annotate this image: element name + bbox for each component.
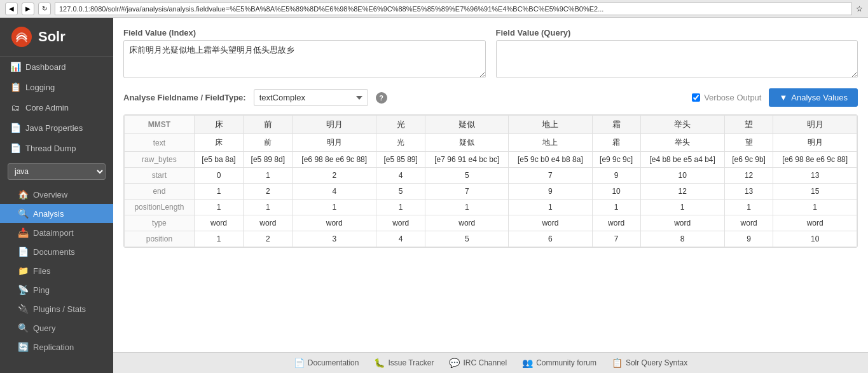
sidebar-sub-item-documents[interactable]: 📄 Documents bbox=[0, 242, 113, 261]
table-cell: 5 bbox=[425, 168, 509, 184]
table-cell: 3 bbox=[293, 231, 376, 247]
verbose-output-group: Verbose Output bbox=[692, 93, 761, 102]
footer-link-issue-tracker[interactable]: 🐛 Issue Tracker bbox=[374, 358, 434, 368]
sidebar-sub-item-dataimport[interactable]: 📥 Dataimport bbox=[0, 223, 113, 242]
verbose-label: Verbose Output bbox=[704, 93, 761, 102]
analyse-values-button[interactable]: ▼ Analyse Values bbox=[769, 88, 858, 107]
table-cell: 9 bbox=[592, 168, 640, 184]
footer-link-irc-channel[interactable]: 💬 IRC Channel bbox=[449, 358, 507, 368]
issue-tracker-icon: 🐛 bbox=[374, 358, 385, 368]
back-button[interactable]: ◀ bbox=[5, 3, 18, 15]
table-cell: word bbox=[425, 215, 509, 231]
dashboard-icon: 📊 bbox=[10, 62, 20, 72]
sidebar-sub-item-replication[interactable]: 🔄 Replication bbox=[0, 337, 113, 356]
core-selector[interactable]: java bbox=[8, 163, 106, 180]
field-value-index-textarea[interactable]: 床前明月光疑似地上霜举头望明月低头思故乡 bbox=[123, 40, 486, 78]
sidebar-item-java-properties[interactable]: 📄 Java Properties bbox=[0, 118, 113, 138]
sidebar-item-core-admin[interactable]: 🗂 Core Admin bbox=[0, 97, 113, 118]
table-cell: 1 bbox=[194, 200, 243, 215]
irc-icon: 💬 bbox=[449, 358, 460, 368]
table-cell: 前 bbox=[244, 134, 293, 152]
table-cell: 12 bbox=[724, 168, 773, 184]
row-header: text bbox=[125, 134, 195, 152]
table-cell: 1 bbox=[244, 168, 293, 184]
field-value-query-textarea[interactable] bbox=[496, 40, 858, 78]
table-cell: 10 bbox=[640, 168, 724, 184]
table-row: raw_bytes[e5 ba 8a][e5 89 8d][e6 98 8e e… bbox=[125, 152, 857, 168]
table-row: typewordwordwordwordwordwordwordwordword… bbox=[125, 215, 857, 231]
table-row: end12457910121315 bbox=[125, 184, 857, 200]
footer-link-solr-query-syntax[interactable]: 📋 Solr Query Syntax bbox=[612, 358, 687, 368]
logging-icon: 📋 bbox=[10, 82, 20, 92]
table-cell: 霜 bbox=[592, 134, 640, 152]
table-cell: 1 bbox=[425, 200, 509, 215]
table-cell: 1 bbox=[244, 200, 293, 215]
forward-button[interactable]: ▶ bbox=[22, 3, 34, 15]
field-inputs-row: Field Value (Index) 床前明月光疑似地上霜举头望明月低头思故乡… bbox=[123, 28, 858, 78]
refresh-button[interactable]: ↻ bbox=[38, 3, 51, 15]
table-cell: 1 bbox=[293, 200, 376, 215]
table-cell: [e6 9c 9b] bbox=[724, 152, 773, 168]
sidebar-sub-item-query[interactable]: 🔍 Query bbox=[0, 318, 113, 337]
table-cell: 10 bbox=[773, 231, 857, 247]
sidebar-item-logging[interactable]: 📋 Logging bbox=[0, 77, 113, 97]
token-header-4: 疑似 bbox=[425, 116, 509, 134]
plugins-icon: 🔌 bbox=[18, 304, 28, 314]
sidebar-item-label: Thread Dump bbox=[25, 144, 76, 153]
community-forum-icon: 👥 bbox=[522, 358, 533, 368]
table-cell: 2 bbox=[293, 168, 376, 184]
analysis-table: MMST 床 前 明月 光 疑似 地上 霜 举头 望 明月 bbox=[124, 115, 857, 247]
table-cell: 7 bbox=[425, 184, 509, 200]
table-row: start0124579101213 bbox=[125, 168, 857, 184]
table-cell: 7 bbox=[592, 231, 640, 247]
analysis-controls: Analyse Fieldname / FieldType: textCompl… bbox=[123, 88, 858, 107]
table-cell: [e9 9c 9c] bbox=[592, 152, 640, 168]
sidebar-sub-item-label: Replication bbox=[33, 342, 74, 352]
field-value-index-label: Field Value (Index) bbox=[123, 28, 486, 37]
solr-logo-text: Solr bbox=[38, 29, 65, 45]
token-header-0: 床 bbox=[194, 116, 243, 134]
sidebar-sub-item-analysis[interactable]: 🔍 Analysis bbox=[0, 204, 113, 223]
sidebar-item-dashboard[interactable]: 📊 Dashboard bbox=[0, 57, 113, 77]
url-bar[interactable] bbox=[55, 3, 852, 15]
sidebar-sub-item-plugins-stats[interactable]: 🔌 Plugins / Stats bbox=[0, 299, 113, 318]
browser-bar: ◀ ▶ ↻ ☆ bbox=[0, 0, 868, 18]
sidebar-sub-item-label: Plugins / Stats bbox=[33, 304, 86, 314]
table-cell: 10 bbox=[592, 184, 640, 200]
field-value-query-label: Field Value (Query) bbox=[496, 28, 858, 37]
documentation-icon: 📄 bbox=[294, 358, 305, 368]
analysis-container: Field Value (Index) 床前明月光疑似地上霜举头望明月低头思故乡… bbox=[113, 18, 868, 352]
overview-icon: 🏠 bbox=[18, 189, 28, 200]
token-header-8: 望 bbox=[724, 116, 773, 134]
sidebar-item-thread-dump[interactable]: 📄 Thread Dump bbox=[0, 138, 113, 158]
table-cell: [e6 98 8e e6 9c 88] bbox=[773, 152, 857, 168]
sidebar: Solr 📊 Dashboard 📋 Logging 🗂 Core Admin … bbox=[0, 18, 113, 373]
svg-point-0 bbox=[11, 27, 32, 47]
row-header: raw_bytes bbox=[125, 152, 195, 168]
main-content: Field Value (Index) 床前明月光疑似地上霜举头望明月低头思故乡… bbox=[113, 18, 868, 373]
verbose-checkbox[interactable] bbox=[692, 93, 700, 102]
token-header-9: 明月 bbox=[773, 116, 857, 134]
table-row: text床前明月光疑似地上霜举头望明月 bbox=[125, 134, 857, 152]
footer-link-documentation[interactable]: 📄 Documentation bbox=[294, 358, 359, 368]
table-cell: 12 bbox=[640, 184, 724, 200]
table-cell: [e5 9c b0 e4 b8 8a] bbox=[509, 152, 593, 168]
footer-link-community-forum[interactable]: 👥 Community forum bbox=[522, 358, 596, 368]
files-icon: 📁 bbox=[18, 266, 28, 276]
token-header-7: 举头 bbox=[640, 116, 724, 134]
table-cell: 13 bbox=[724, 184, 773, 200]
fieldname-select[interactable]: textComplex text_general string bbox=[254, 89, 368, 106]
table-cell: 9 bbox=[724, 231, 773, 247]
table-cell: word bbox=[376, 215, 425, 231]
table-cell: [e5 ba 8a] bbox=[194, 152, 243, 168]
sidebar-sub-item-ping[interactable]: 📡 Ping bbox=[0, 280, 113, 299]
table-cell: 1 bbox=[724, 200, 773, 215]
dataimport-icon: 📥 bbox=[18, 227, 28, 238]
table-cell: word bbox=[592, 215, 640, 231]
sidebar-sub-item-files[interactable]: 📁 Files bbox=[0, 261, 113, 280]
table-cell: word bbox=[640, 215, 724, 231]
help-icon[interactable]: ? bbox=[376, 92, 387, 104]
row-header: positionLength bbox=[125, 200, 195, 215]
table-cell: 1 bbox=[376, 200, 425, 215]
sidebar-sub-item-overview[interactable]: 🏠 Overview bbox=[0, 185, 113, 204]
